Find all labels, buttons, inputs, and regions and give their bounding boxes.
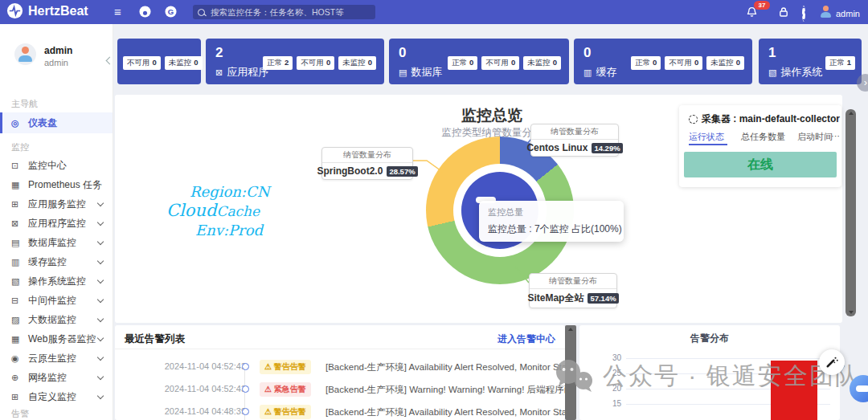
alerts-title: 最近告警列表 bbox=[125, 332, 185, 346]
hertzbeat-logo[interactable]: HertzBeat bbox=[6, 2, 88, 19]
search-input[interactable] bbox=[209, 6, 371, 18]
alert-time: 2024-11-04 04:48:39 bbox=[159, 406, 246, 416]
chevron-down-icon bbox=[97, 373, 104, 380]
web-server-icon: ▦ bbox=[11, 334, 23, 345]
tab-more-icon[interactable]: ··· bbox=[831, 131, 840, 141]
stat-card-partial[interactable]: 不可用0 未监控0 bbox=[117, 39, 201, 84]
tab-task-total[interactable]: 总任务数量 bbox=[741, 131, 785, 143]
tooltip-title: 监控总量 bbox=[488, 206, 615, 218]
stat-card-cache[interactable]: 0 ▥缓存 正常0 不可用0 未监控0 bbox=[574, 39, 752, 84]
monitor-center-icon: ⊡ bbox=[11, 161, 23, 171]
magic-wand-icon bbox=[825, 355, 839, 369]
search-bar[interactable] bbox=[193, 5, 375, 19]
collector-card: 采集器 : main-default-collector 运行状态 总任务数量 … bbox=[679, 105, 841, 187]
sidebar-item-middleware[interactable]: ⊟ 中间件监控 bbox=[0, 292, 113, 308]
callout-springboot: 纳管数量分布 SpringBoot2.0 28.57% bbox=[321, 147, 413, 180]
divider bbox=[115, 349, 565, 349]
magic-wand-button[interactable] bbox=[819, 349, 845, 375]
callout-percent: 28.57% bbox=[387, 166, 417, 177]
sidebar-item-custom[interactable]: ⊞ 自定义监控 bbox=[0, 389, 113, 405]
menu-toggle-icon[interactable]: ≡ bbox=[114, 6, 121, 18]
assistant-bubble-button[interactable] bbox=[850, 375, 868, 402]
tab-run-status[interactable]: 运行状态 bbox=[689, 131, 724, 143]
sidebar-item-cloud-native[interactable]: ◉ 云原生监控 bbox=[0, 350, 113, 366]
app-program-icon: ⊠ bbox=[11, 218, 23, 229]
recent-alerts-panel: 最近告警列表 进入告警中心 2024-11-04 04:52:43 ⚠ 警告告警… bbox=[115, 325, 565, 420]
status-badge: 不可用0 bbox=[297, 56, 334, 70]
os-icon: ▧ bbox=[11, 276, 23, 287]
lock-icon[interactable] bbox=[778, 6, 789, 20]
stat-card-database[interactable]: 0 ▤数据库 正常0 不可用0 未监控0 bbox=[389, 39, 569, 84]
status-badge: 不可用0 bbox=[665, 56, 702, 70]
tab-start-time[interactable]: 启动时间 bbox=[797, 131, 833, 143]
gitee-icon[interactable]: G bbox=[164, 5, 178, 21]
alert-severity-badge: ⚠ 警告告警 bbox=[260, 405, 311, 419]
sidebar-item-database[interactable]: ▤ 数据库监控 bbox=[0, 234, 113, 251]
bell-icon: ⚠ bbox=[264, 362, 272, 371]
alerts-scrollbar[interactable] bbox=[565, 325, 576, 420]
cloud-native-icon: ◉ bbox=[11, 353, 23, 364]
alert-message: [Backend-生产环境] Availability Alert Resolv… bbox=[326, 406, 565, 418]
stat-count: 2 bbox=[215, 45, 223, 61]
github-icon[interactable] bbox=[138, 5, 152, 21]
alert-row[interactable]: 2024-11-04 04:52:43 ⚠ 紧急告警 [Backend-生产环境… bbox=[115, 382, 565, 397]
hertzbeat-dashboard: HertzBeat ≡ G 37 admin admin admin 主导航 ◎ bbox=[0, 0, 868, 420]
stat-label: 缓存 bbox=[596, 65, 616, 80]
bigdata-icon: ▨ bbox=[11, 315, 23, 325]
settings-gear-icon[interactable] bbox=[802, 7, 805, 20]
middleware-icon: ⊟ bbox=[11, 296, 23, 306]
alerts-center-link[interactable]: 进入告警中心 bbox=[497, 332, 555, 346]
callout-centos: 纳管数量分布 Centos Linux 14.29% bbox=[530, 124, 619, 157]
stat-card-app[interactable]: 2 ⊠应用程序 正常2 不可用0 未监控0 bbox=[206, 39, 384, 84]
status-badge: 未监控0 bbox=[165, 56, 203, 70]
tooltip-value: 监控总量 : 7个监控 占比(100%) bbox=[488, 222, 615, 236]
callout-name: SiteMap全站 bbox=[527, 292, 583, 305]
os-icon: ▧ bbox=[768, 67, 776, 78]
carousel-next-icon[interactable]: › bbox=[857, 74, 868, 92]
timeline-node-icon bbox=[242, 385, 249, 393]
collector-title: 采集器 : main-default-collector bbox=[702, 112, 840, 126]
search-icon bbox=[198, 9, 205, 16]
user-avatar[interactable] bbox=[820, 6, 832, 18]
alert-severity-badge: ⚠ 警告告警 bbox=[260, 360, 311, 374]
dashboard-icon: ◎ bbox=[11, 118, 23, 128]
alarm-chart-title: 告警分布 bbox=[579, 332, 840, 345]
sidebar-item-monitor-center[interactable]: ⊡ 监控中心 bbox=[0, 157, 113, 173]
timeline-node-icon bbox=[242, 363, 249, 370]
stat-count: 0 bbox=[399, 45, 406, 61]
alert-row[interactable]: 2024-11-04 04:48:39 ⚠ 警告告警 [Backend-生产环境… bbox=[115, 405, 565, 419]
database-icon: ▤ bbox=[399, 67, 407, 78]
alert-message: [Backend-生产环境] Warning! Warning! Warning… bbox=[326, 384, 565, 396]
sidebar-item-app-program[interactable]: ⊠ 应用程序监控 bbox=[0, 215, 113, 231]
sidebar-item-dashboard[interactable]: ◎ 仪表盘 bbox=[0, 112, 113, 133]
chevron-down-icon bbox=[97, 200, 104, 206]
sidebar-item-cache[interactable]: ▥ 缓存监控 bbox=[0, 254, 113, 270]
callout-percent: 57.14% bbox=[588, 293, 618, 304]
alert-time: 2024-11-04 04:52:43 bbox=[159, 361, 246, 371]
collector-scrollbar[interactable] bbox=[845, 109, 856, 316]
callout-percent: 14.29% bbox=[592, 143, 622, 153]
bell-icon: ⚠ bbox=[264, 385, 272, 393]
chevron-down-icon bbox=[97, 239, 104, 245]
sidebar-item-os[interactable]: ▧ 操作系统监控 bbox=[0, 273, 113, 289]
stat-card-os[interactable]: 1 ▧操作系统 正常1 bbox=[759, 39, 862, 84]
header-username[interactable]: admin bbox=[836, 7, 860, 20]
collector-status-badge: 在线 bbox=[684, 152, 837, 177]
sidebar-item-network[interactable]: ⊕ 网络监控 bbox=[0, 369, 113, 385]
custom-monitor-icon: ⊞ bbox=[11, 392, 23, 402]
y-tick: 20 bbox=[594, 384, 621, 393]
sidebar-item-app-service[interactable]: ⊞ 应用服务监控 bbox=[0, 196, 113, 212]
collector-gear-icon bbox=[689, 115, 698, 124]
alert-row[interactable]: 2024-11-04 04:52:43 ⚠ 警告告警 [Backend-生产环境… bbox=[115, 360, 565, 374]
status-badge: 正常2 bbox=[263, 56, 293, 70]
stat-count: 0 bbox=[583, 45, 591, 61]
bell-icon: ⚠ bbox=[264, 407, 272, 416]
hertzbeat-logo-icon bbox=[6, 2, 23, 19]
alert-severity-badge: ⚠ 紧急告警 bbox=[260, 382, 311, 397]
status-badge: 不可用0 bbox=[123, 56, 161, 70]
sidebar-item-prometheus[interactable]: ▦ Prometheus 任务 bbox=[0, 177, 113, 193]
sidebar-item-bigdata[interactable]: ▨ 大数据监控 bbox=[0, 312, 113, 328]
sidebar-item-web-server[interactable]: ▦ Web服务器监控 bbox=[0, 331, 113, 347]
network-icon: ⊕ bbox=[11, 373, 23, 383]
top-header: HertzBeat ≡ G 37 admin bbox=[0, 0, 868, 24]
